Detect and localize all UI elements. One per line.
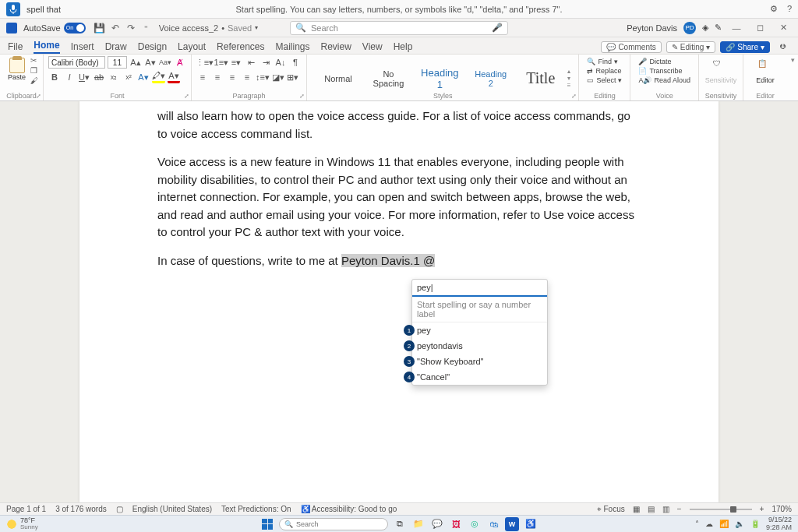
justify-icon[interactable]: ≡ <box>241 71 253 83</box>
autosave-toggle[interactable]: AutoSave On <box>23 23 86 33</box>
share-button[interactable]: 🔗 Share ▾ <box>720 41 770 53</box>
spell-item-1[interactable]: 1pey <box>412 322 547 338</box>
change-case-icon[interactable]: Aa▾ <box>159 56 171 69</box>
shading-icon[interactable]: ◪▾ <box>272 71 284 83</box>
font-color-icon[interactable]: A▾ <box>168 71 180 83</box>
minimize-button[interactable]: — <box>728 23 745 33</box>
style-nospacing[interactable]: No Spacing <box>365 67 412 90</box>
status-page[interactable]: Page 1 of 1 <box>6 505 46 513</box>
save-icon[interactable]: 💾 <box>93 21 107 35</box>
doc-paragraph-1[interactable]: will also learn how to open the voice ac… <box>157 107 641 143</box>
transcribe-button[interactable]: 📄 Transcribe <box>638 67 690 75</box>
paragraph-launcher[interactable]: ⤢ <box>299 93 305 100</box>
task-view-icon[interactable]: ⧉ <box>393 517 407 531</box>
qat-customize-icon[interactable]: ⁼ <box>139 21 154 35</box>
styles-scroll[interactable]: ▴▾≡ <box>567 68 571 89</box>
zoom-slider[interactable] <box>690 509 752 510</box>
edge-icon[interactable]: ◎ <box>468 517 482 531</box>
line-spacing-icon[interactable]: ↕≡▾ <box>256 71 270 83</box>
format-painter-icon[interactable]: 🖌 <box>30 76 38 85</box>
highlight-icon[interactable]: 🖍▾ <box>152 71 165 83</box>
editing-mode-button[interactable]: ✎ Editing ▾ <box>666 41 716 53</box>
find-button[interactable]: 🔍 Find ▾ <box>587 58 622 65</box>
clear-format-icon[interactable]: A̸ <box>174 56 186 69</box>
dictate-button[interactable]: 🎤 Dictate <box>638 58 690 65</box>
superscript-icon[interactable]: x² <box>122 71 135 83</box>
replace-button[interactable]: ⇄ Replace <box>587 67 622 75</box>
help-icon[interactable]: ? <box>787 4 792 14</box>
copy-icon[interactable]: ❐ <box>30 66 38 75</box>
read-aloud-button[interactable]: A🔊 Read Aloud <box>638 76 690 84</box>
ribbon-options-icon[interactable]: ▾ <box>787 55 798 100</box>
text-effects-icon[interactable]: A▾ <box>137 71 150 83</box>
numbering-icon[interactable]: 1≡▾ <box>215 56 228 69</box>
search-box[interactable]: 🔍 Search 🎤 <box>290 21 508 35</box>
comments-button[interactable]: 💬 Comments <box>601 41 661 53</box>
doc-paragraph-3[interactable]: In case of questions, write to me at Pey… <box>157 252 641 270</box>
redo-icon[interactable]: ↷ <box>124 21 138 35</box>
tab-file[interactable]: File <box>8 40 23 54</box>
explorer-icon[interactable]: 📁 <box>411 517 425 531</box>
focus-button[interactable]: ⌖ Focus <box>597 505 625 514</box>
zoom-level[interactable]: 170% <box>772 505 792 513</box>
align-left-icon[interactable]: ≡ <box>196 71 209 83</box>
wifi-icon[interactable]: 📶 <box>719 520 729 528</box>
bullets-icon[interactable]: ⋮≡▾ <box>196 56 213 69</box>
undo-icon[interactable]: ↶ <box>108 21 122 35</box>
volume-icon[interactable]: 🔈 <box>735 520 744 528</box>
select-button[interactable]: ▭ Select ▾ <box>587 76 622 84</box>
style-heading2[interactable]: Heading 2 <box>468 67 514 90</box>
zoom-in-icon[interactable]: + <box>760 505 764 513</box>
pen-icon[interactable]: ✎ <box>715 23 722 33</box>
font-size[interactable]: 11 <box>108 56 127 69</box>
spell-check-icon[interactable]: ▢ <box>116 505 123 513</box>
paste-button[interactable]: Paste <box>5 56 29 85</box>
taskbar-search[interactable]: 🔍 Search <box>279 518 388 530</box>
show-marks-icon[interactable]: ¶ <box>289 56 302 69</box>
mic-button[interactable] <box>6 2 20 16</box>
doc-name[interactable]: Voice access_2• Saved ▾ <box>159 23 259 33</box>
spell-item-4[interactable]: 4"Cancel" <box>412 369 547 385</box>
borders-icon[interactable]: ⊞▾ <box>287 71 299 83</box>
microphone-icon[interactable]: 🎤 <box>492 23 503 33</box>
user-name[interactable]: Peyton Davis <box>627 23 677 33</box>
weather-widget[interactable]: 78°F Sunny <box>0 517 44 530</box>
view-print-icon[interactable]: ▦ <box>633 505 640 513</box>
style-title[interactable]: Title <box>517 67 564 90</box>
font-launcher[interactable]: ⤢ <box>184 93 189 100</box>
style-normal[interactable]: Normal <box>315 72 362 86</box>
spell-input[interactable]: pey| <box>412 280 547 297</box>
tab-layout[interactable]: Layout <box>178 40 206 54</box>
spell-item-2[interactable]: 2peytondavis <box>412 338 547 354</box>
align-right-icon[interactable]: ≡ <box>226 71 238 83</box>
inc-indent-icon[interactable]: ⇥ <box>260 56 272 69</box>
styles-launcher[interactable]: ⤢ <box>571 93 577 100</box>
underline-icon[interactable]: U▾ <box>78 71 90 83</box>
sort-icon[interactable]: A↓ <box>274 56 287 69</box>
collapse-ribbon-icon[interactable]: ⮋ <box>775 40 789 54</box>
status-words[interactable]: 3 of 176 words <box>55 505 107 513</box>
close-button[interactable]: ✕ <box>775 23 792 33</box>
tab-draw[interactable]: Draw <box>105 40 127 54</box>
subscript-icon[interactable]: x₂ <box>108 71 120 83</box>
battery-icon[interactable]: 🔋 <box>750 520 760 528</box>
italic-icon[interactable]: I <box>63 71 76 83</box>
zoom-out-icon[interactable]: − <box>677 505 682 513</box>
user-avatar[interactable]: PD <box>683 22 696 34</box>
spell-item-3[interactable]: 3"Show Keyboard" <box>412 354 547 369</box>
font-name[interactable]: Calibri (Body) <box>48 56 105 69</box>
status-accessibility[interactable]: ♿ Accessibility: Good to go <box>301 505 397 513</box>
photos-icon[interactable]: 🖼 <box>449 517 463 531</box>
tray-chevron-icon[interactable]: ˄ <box>695 520 699 528</box>
tab-help[interactable]: Help <box>394 40 413 54</box>
doc-paragraph-2[interactable]: Voice access is a new feature in Windows… <box>157 153 641 241</box>
status-predictions[interactable]: Text Predictions: On <box>221 505 291 513</box>
tab-insert[interactable]: Insert <box>71 40 94 54</box>
tab-design[interactable]: Design <box>138 40 167 54</box>
tab-references[interactable]: References <box>217 40 264 54</box>
editor-button[interactable]: 📋 Editor <box>748 56 782 84</box>
chat-icon[interactable]: 💬 <box>430 517 444 531</box>
store-icon[interactable]: 🛍 <box>486 517 500 531</box>
view-read-icon[interactable]: ▤ <box>648 505 655 513</box>
view-web-icon[interactable]: ▥ <box>662 505 669 513</box>
